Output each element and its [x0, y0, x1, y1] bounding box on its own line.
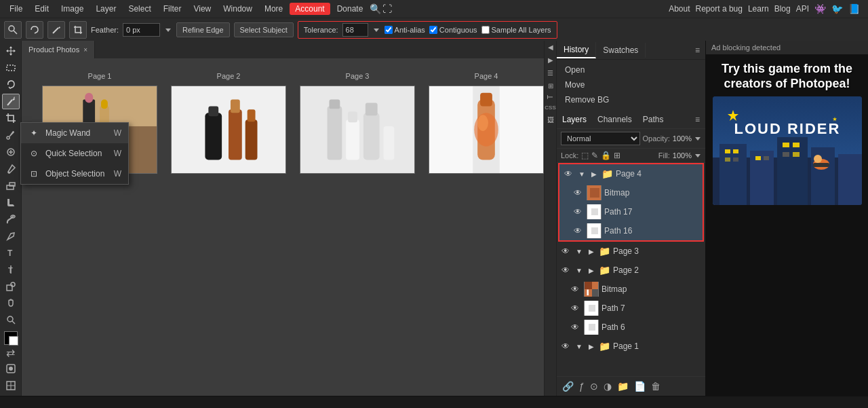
blog-link[interactable]: Blog [774, 4, 791, 14]
layers-panel-menu[interactable]: ≡ [690, 112, 705, 127]
grid-tool[interactable] [2, 377, 20, 393]
tolerance-input[interactable] [342, 23, 368, 37]
grid-view-icon[interactable]: ⊞ [548, 82, 553, 90]
quick-selection-option[interactable]: ⊙ Quick Selection W [21, 143, 128, 164]
history-tab[interactable]: History [557, 42, 596, 58]
path17-layer-row[interactable]: 👁 Path 17 [559, 202, 703, 221]
contiguous-label[interactable]: Contiguous [429, 26, 477, 34]
menu-image[interactable]: Image [56, 3, 89, 15]
lock-all-icon[interactable]: ⬚ [581, 151, 589, 160]
anti-alias-checkbox[interactable] [384, 26, 393, 34]
blend-mode-select[interactable]: Normal [561, 132, 640, 145]
about-link[interactable]: About [669, 4, 690, 14]
page1-expand2[interactable]: ▶ [587, 341, 596, 351]
lock-artboard-icon[interactable]: ⊞ [614, 151, 620, 160]
page4-group-row[interactable]: 👁 ▼ ▶ 📁 Page 4 [559, 164, 703, 183]
layers-tab[interactable]: Layers [557, 112, 592, 127]
tool-shape-btn[interactable] [4, 21, 22, 39]
fill-dropdown-icon[interactable] [694, 152, 701, 159]
zoom-tool[interactable] [2, 312, 20, 328]
magic-wand-option[interactable]: ✦ Magic Wand W [21, 123, 128, 143]
path6-visibility[interactable]: 👁 [569, 321, 581, 333]
page4-expand[interactable]: ▼ [577, 169, 587, 179]
feather-dropdown-icon[interactable] [164, 26, 172, 34]
page2-expand2[interactable]: ▶ [587, 265, 596, 275]
tool-magic-btn[interactable] [47, 21, 65, 39]
anti-alias-label[interactable]: Anti-alias [384, 26, 425, 34]
twitter-icon[interactable]: 🐦 [831, 3, 843, 14]
page-3-thumb[interactable] [300, 86, 415, 174]
learn-link[interactable]: Learn [748, 4, 769, 14]
bitmap-visibility[interactable]: 👁 [572, 187, 584, 199]
page3-expand2[interactable]: ▶ [587, 246, 596, 256]
contiguous-checkbox[interactable] [429, 26, 437, 34]
pen-tool[interactable] [2, 228, 20, 244]
channels-tab[interactable]: Channels [592, 112, 637, 127]
new-group-btn[interactable]: 📁 [616, 379, 630, 393]
dodge-tool[interactable] [2, 211, 20, 227]
vertical-text-tool[interactable]: T [2, 262, 20, 278]
page2-visibility[interactable]: 👁 [559, 264, 572, 276]
page1-visibility[interactable]: 👁 [559, 340, 572, 352]
brush-tool[interactable] [2, 161, 20, 177]
page2-bitmap-row[interactable]: 👁 ▐ Bitmap [557, 280, 705, 299]
tolerance-dropdown-icon[interactable] [372, 26, 380, 34]
menu-account[interactable]: Account [290, 3, 330, 15]
marquee-tool[interactable] [2, 60, 20, 76]
path16-visibility[interactable]: 👁 [572, 225, 584, 237]
report-bug-link[interactable]: Report a bug [696, 4, 743, 14]
page2-group-row[interactable]: 👁 ▼ ▶ 📁 Page 2 [557, 261, 705, 280]
add-adjustment-btn[interactable]: ◑ [602, 379, 613, 393]
eraser-tool[interactable] [2, 178, 20, 193]
ad-game-area[interactable]: LOUD RIDER [713, 96, 862, 205]
page3-expand[interactable]: ▼ [574, 246, 584, 256]
menu-filter[interactable]: Filter [158, 3, 187, 15]
image-panel-icon[interactable]: 🖼 [547, 116, 554, 124]
page3-visibility[interactable]: 👁 [559, 245, 572, 257]
swatches-tab[interactable]: Swatches [596, 43, 646, 58]
menu-edit[interactable]: Edit [29, 3, 54, 15]
collapse-right-icon[interactable]: ◀ [548, 43, 553, 51]
heal-tool[interactable] [2, 145, 20, 160]
page1-expand[interactable]: ▼ [574, 341, 584, 351]
history-remove-bg[interactable]: Remove BG [557, 92, 705, 107]
sample-all-label[interactable]: Sample All Layers [481, 26, 551, 34]
foreground-color[interactable] [4, 331, 18, 345]
new-layer-btn[interactable]: 📄 [633, 379, 647, 393]
menu-window[interactable]: Window [218, 3, 258, 15]
magic-wand-tool[interactable] [2, 94, 20, 109]
tool-lasso-btn[interactable] [26, 21, 43, 39]
lasso-tool[interactable] [2, 77, 20, 92]
fill-tool[interactable] [2, 195, 20, 210]
delete-layer-btn[interactable]: 🗑 [650, 379, 662, 393]
page3-group-row[interactable]: 👁 ▼ ▶ 📁 Page 3 [557, 242, 705, 261]
facebook-icon[interactable]: 📘 [848, 3, 860, 14]
background-color[interactable] [9, 336, 18, 346]
text-panel-icon[interactable]: T [547, 95, 554, 99]
api-link[interactable]: API [796, 4, 809, 14]
select-subject-button[interactable]: Select Subject [234, 22, 294, 37]
page-4-thumb[interactable] [429, 86, 544, 174]
object-selection-option[interactable]: ⊡ Object Selection W [21, 164, 128, 184]
lock-position-icon[interactable]: ✎ [591, 151, 598, 160]
history-panel-menu[interactable]: ≡ [690, 43, 705, 58]
sample-all-checkbox[interactable] [481, 26, 490, 34]
search-icon[interactable]: 🔍 [370, 3, 381, 14]
bitmap-layer-row[interactable]: 👁 Bitmap [559, 183, 703, 202]
refine-edge-button[interactable]: Refine Edge [176, 22, 230, 37]
menu-donate[interactable]: Donate [332, 3, 369, 15]
eyedropper-tool[interactable] [2, 128, 20, 143]
fullscreen-icon[interactable]: ⛶ [382, 3, 392, 14]
expand-right-icon[interactable]: ▶ [548, 56, 553, 64]
page2-expand[interactable]: ▼ [574, 265, 584, 275]
mask-tool[interactable] [2, 360, 20, 376]
opacity-dropdown-icon[interactable] [694, 135, 701, 142]
page-2-thumb[interactable] [171, 86, 286, 174]
page2-bitmap-visibility[interactable]: 👁 [569, 283, 581, 295]
history-move[interactable]: Move [557, 77, 705, 92]
page1-group-row[interactable]: 👁 ▼ ▶ 📁 Page 1 [557, 337, 705, 356]
move-tool[interactable] [2, 43, 20, 59]
shape-tool[interactable] [2, 278, 20, 294]
menu-file[interactable]: File [4, 3, 28, 15]
tab-close-button[interactable]: × [83, 46, 87, 54]
